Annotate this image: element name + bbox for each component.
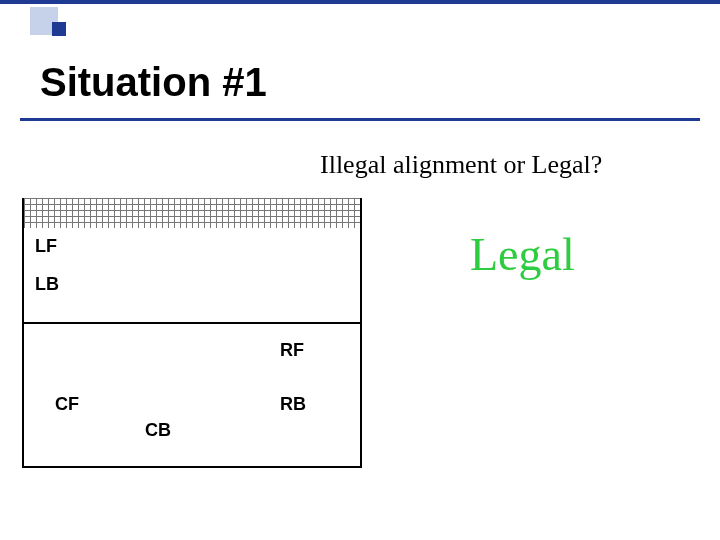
pos-rf: RF [280,340,304,361]
slide-title: Situation #1 [40,60,267,105]
pos-cb: CB [145,420,171,441]
pos-lf: LF [35,236,57,257]
net-band [22,198,362,228]
deco-square-dark [52,22,66,36]
pos-rb: RB [280,394,306,415]
answer-text: Legal [470,228,575,281]
court-midline [22,322,362,324]
pos-cf: CF [55,394,79,415]
pos-lb: LB [35,274,59,295]
question-text: Illegal alignment or Legal? [320,150,602,180]
court-outline [22,228,362,468]
top-rule [0,0,720,4]
title-underline [20,118,700,121]
